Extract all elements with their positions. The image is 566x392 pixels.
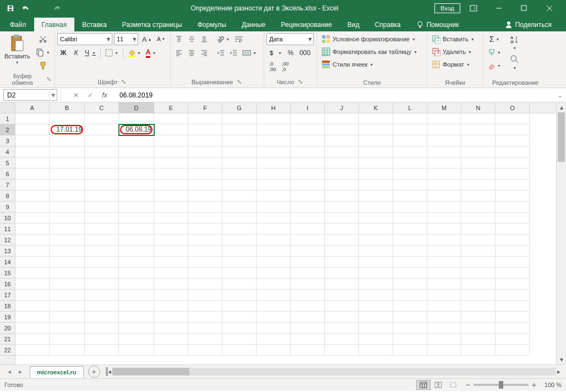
row-header[interactable]: 19 xyxy=(0,312,15,323)
cell[interactable] xyxy=(427,124,461,135)
cell[interactable] xyxy=(496,268,530,279)
cell[interactable] xyxy=(393,190,427,202)
number-format-combo[interactable]: ▼ xyxy=(266,33,314,45)
increase-indent-button[interactable] xyxy=(227,47,240,59)
cell[interactable] xyxy=(427,301,461,312)
cell[interactable] xyxy=(50,312,85,323)
cell[interactable] xyxy=(325,113,359,124)
cell[interactable] xyxy=(222,301,257,312)
cell[interactable] xyxy=(50,190,85,202)
cell[interactable] xyxy=(222,202,257,213)
tab-formulas[interactable]: Формулы xyxy=(190,18,234,31)
cell[interactable] xyxy=(50,235,85,246)
cell[interactable] xyxy=(257,168,291,179)
cell[interactable] xyxy=(427,345,461,356)
delete-cells-button[interactable]: ×Удалить▼ xyxy=(429,46,474,58)
cell[interactable] xyxy=(154,224,188,235)
cell[interactable] xyxy=(325,345,359,356)
cell[interactable] xyxy=(15,290,50,301)
cell[interactable] xyxy=(427,268,461,279)
cell[interactable] xyxy=(359,257,393,268)
cell[interactable] xyxy=(359,179,393,190)
cell[interactable] xyxy=(291,345,325,356)
sheet-prev-button[interactable]: ◂ xyxy=(4,367,14,377)
cell[interactable] xyxy=(496,312,530,323)
row-header[interactable]: 1 xyxy=(0,113,15,124)
cell[interactable] xyxy=(291,213,325,224)
cell[interactable] xyxy=(85,312,119,323)
row-header[interactable]: 3 xyxy=(0,135,15,146)
cell[interactable] xyxy=(222,190,257,202)
cell[interactable] xyxy=(496,345,530,356)
row-header[interactable]: 16 xyxy=(0,279,15,290)
cell[interactable] xyxy=(496,290,530,301)
formula-expand-button[interactable]: ⌄ xyxy=(554,91,566,99)
cell[interactable]: 06.08.19 xyxy=(119,124,154,135)
cell[interactable] xyxy=(222,113,257,124)
row-header[interactable]: 5 xyxy=(0,157,15,168)
cell[interactable] xyxy=(85,113,119,124)
decrease-decimal-button[interactable]: ,00,0 xyxy=(279,61,291,73)
align-middle-button[interactable] xyxy=(186,33,198,45)
cell[interactable] xyxy=(15,235,50,246)
row-header[interactable]: 15 xyxy=(0,268,15,279)
cell[interactable] xyxy=(427,179,461,190)
cell[interactable] xyxy=(257,224,291,235)
cell[interactable] xyxy=(291,202,325,213)
cell[interactable] xyxy=(496,246,530,257)
cell[interactable] xyxy=(50,146,85,157)
col-header[interactable]: O xyxy=(496,102,530,113)
cell[interactable] xyxy=(119,257,154,268)
cell[interactable] xyxy=(461,345,496,356)
cell[interactable] xyxy=(188,168,222,179)
cell[interactable] xyxy=(291,279,325,290)
cell[interactable] xyxy=(427,202,461,213)
cell[interactable] xyxy=(119,279,154,290)
cell[interactable] xyxy=(15,334,50,345)
row-header[interactable]: 13 xyxy=(0,246,15,257)
cell[interactable] xyxy=(257,345,291,356)
select-all-corner[interactable] xyxy=(0,102,15,113)
row-header[interactable]: 12 xyxy=(0,235,15,246)
cell[interactable] xyxy=(222,257,257,268)
cell[interactable] xyxy=(461,202,496,213)
cell[interactable] xyxy=(461,312,496,323)
cell[interactable] xyxy=(393,146,427,157)
cell[interactable] xyxy=(461,235,496,246)
cell[interactable] xyxy=(427,235,461,246)
cell[interactable] xyxy=(427,190,461,202)
row-header[interactable]: 4 xyxy=(0,146,15,157)
cell[interactable] xyxy=(393,202,427,213)
cell[interactable] xyxy=(496,113,530,124)
cell[interactable] xyxy=(15,224,50,235)
align-center-button[interactable] xyxy=(186,47,198,59)
orientation-button[interactable]: ab▼ xyxy=(215,33,232,45)
cell[interactable] xyxy=(257,246,291,257)
scroll-left-button[interactable]: ◂ xyxy=(108,367,111,377)
cell[interactable] xyxy=(154,257,188,268)
cell[interactable] xyxy=(154,168,188,179)
cell[interactable] xyxy=(393,213,427,224)
cell[interactable] xyxy=(291,124,325,135)
cell[interactable] xyxy=(85,279,119,290)
close-icon[interactable] xyxy=(537,0,562,16)
cell[interactable] xyxy=(154,279,188,290)
cell[interactable] xyxy=(154,246,188,257)
row-header[interactable]: 20 xyxy=(0,323,15,334)
cell[interactable] xyxy=(359,290,393,301)
cell[interactable] xyxy=(461,124,496,135)
insert-cells-button[interactable]: +Вставить▼ xyxy=(429,33,477,45)
cell[interactable] xyxy=(85,268,119,279)
cell[interactable] xyxy=(325,190,359,202)
undo-dd[interactable]: ▼ xyxy=(34,2,48,15)
cell[interactable] xyxy=(154,323,188,334)
cell[interactable] xyxy=(496,257,530,268)
cell[interactable] xyxy=(291,157,325,168)
tab-layout[interactable]: Разметка страницы xyxy=(115,18,190,31)
cell[interactable] xyxy=(85,246,119,257)
row-header[interactable]: 7 xyxy=(0,179,15,190)
cell[interactable] xyxy=(15,312,50,323)
cell[interactable] xyxy=(154,268,188,279)
cell[interactable] xyxy=(188,157,222,168)
borders-button[interactable]: ▼ xyxy=(103,47,121,59)
